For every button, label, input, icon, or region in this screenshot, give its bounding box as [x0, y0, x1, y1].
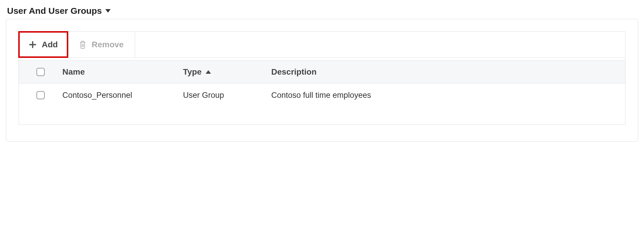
header-name[interactable]: Name: [62, 67, 183, 77]
header-checkbox-cell: [19, 68, 62, 76]
add-button[interactable]: Add: [19, 32, 69, 57]
header-type-label: Type: [183, 67, 202, 77]
section-title: User And User Groups: [7, 6, 102, 16]
remove-button-label: Remove: [91, 40, 124, 49]
section-header[interactable]: User And User Groups: [6, 6, 638, 16]
select-all-checkbox[interactable]: [36, 68, 45, 76]
row-checkbox-cell: [19, 91, 62, 99]
table-body: Contoso_Personnel User Group Contoso ful…: [19, 83, 625, 125]
toolbar-spacer: [135, 32, 625, 57]
row-name: Contoso_Personnel: [62, 91, 183, 100]
row-description: Contoso full time employees: [271, 91, 625, 100]
panel: Add Remove Name Type: [6, 19, 638, 142]
add-button-label: Add: [42, 40, 58, 49]
table: Name Type Description Contoso_Personnel …: [19, 60, 625, 125]
table-row[interactable]: Contoso_Personnel User Group Contoso ful…: [19, 83, 625, 107]
caret-down-icon: [105, 9, 111, 13]
sort-asc-icon: [206, 70, 211, 74]
header-description[interactable]: Description: [271, 67, 625, 77]
toolbar: Add Remove: [19, 31, 625, 57]
plus-icon: [29, 41, 36, 48]
remove-button: Remove: [69, 32, 135, 57]
table-gap: [19, 57, 625, 60]
header-type[interactable]: Type: [183, 67, 271, 77]
row-type: User Group: [183, 91, 271, 100]
trash-icon: [79, 40, 86, 49]
row-checkbox[interactable]: [36, 91, 45, 99]
table-header-row: Name Type Description: [19, 61, 625, 83]
